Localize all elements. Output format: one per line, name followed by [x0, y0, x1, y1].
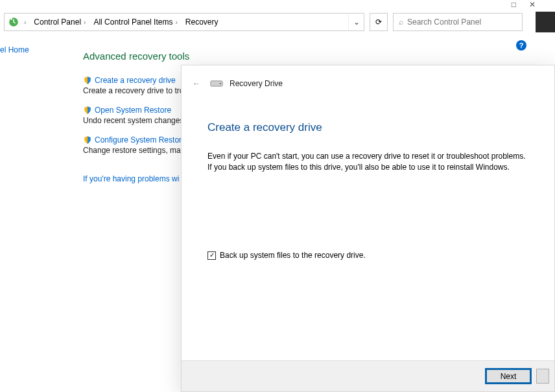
shield-icon	[83, 106, 92, 115]
drive-icon	[210, 78, 223, 89]
wizard-header: ← Recovery Drive	[182, 65, 554, 102]
shield-icon	[83, 76, 92, 85]
chevron-right-icon: ›	[175, 19, 177, 26]
refresh-button[interactable]: ⟳	[370, 13, 388, 31]
chevron-right-icon: ›	[84, 19, 86, 26]
backup-checkbox-label: Back up system files to the recovery dri…	[220, 251, 366, 260]
help-button[interactable]: ?	[516, 40, 526, 51]
breadcrumb-label: Control Panel	[34, 17, 81, 27]
chevron-right-icon: ›	[24, 19, 26, 26]
back-button[interactable]: ←	[189, 76, 204, 91]
address-dropdown[interactable]: ⌄	[348, 14, 364, 30]
right-strip	[536, 12, 555, 32]
next-button[interactable]: Next	[486, 369, 531, 384]
address-bar-row: › Control Panel› All Control Panel Items…	[0, 12, 555, 32]
breadcrumb-control-panel[interactable]: Control Panel›	[30, 14, 89, 30]
shield-icon	[83, 135, 92, 144]
backup-checkbox[interactable]: ✓	[207, 251, 216, 260]
search-box[interactable]: ⌕	[393, 13, 523, 31]
backup-checkbox-row[interactable]: ✓ Back up system files to the recovery d…	[207, 251, 366, 260]
search-icon: ⌕	[399, 17, 403, 27]
breadcrumb-sep: ›	[20, 14, 30, 30]
breadcrumb-label: All Control Panel Items	[93, 17, 172, 27]
wizard-text: Even if your PC can't start, you can use…	[207, 151, 528, 173]
breadcrumb-all-items[interactable]: All Control Panel Items›	[89, 14, 181, 30]
recovery-drive-wizard: ← Recovery Drive Create a recovery drive…	[181, 65, 555, 392]
address-bar[interactable]: › Control Panel› All Control Panel Items…	[4, 13, 364, 31]
wizard-title: Recovery Drive	[230, 79, 283, 88]
wizard-footer: Next	[182, 360, 554, 391]
breadcrumb-label: Recovery	[185, 17, 218, 27]
wizard-heading: Create a recovery drive	[207, 121, 528, 134]
tool-link-label: Create a recovery drive	[95, 76, 176, 85]
wizard-body: Create a recovery drive Even if your PC …	[182, 102, 554, 360]
breadcrumb-recovery[interactable]: Recovery	[182, 14, 222, 30]
tool-link-label: Open System Restore	[95, 106, 171, 115]
tool-link-label: Configure System Restore	[95, 135, 186, 144]
cancel-button-partial[interactable]	[536, 369, 549, 384]
search-input[interactable]	[407, 17, 517, 27]
maximize-icon[interactable]: □	[512, 0, 516, 9]
control-panel-home-link[interactable]: el Home	[0, 45, 29, 54]
close-icon[interactable]: ✕	[529, 0, 536, 9]
svg-point-2	[220, 83, 221, 84]
page-heading: Advanced recovery tools	[83, 51, 472, 62]
recovery-icon	[7, 16, 20, 29]
sidebar: el Home	[0, 45, 32, 54]
troubleshoot-link[interactable]: If you're having problems wi	[83, 174, 179, 183]
